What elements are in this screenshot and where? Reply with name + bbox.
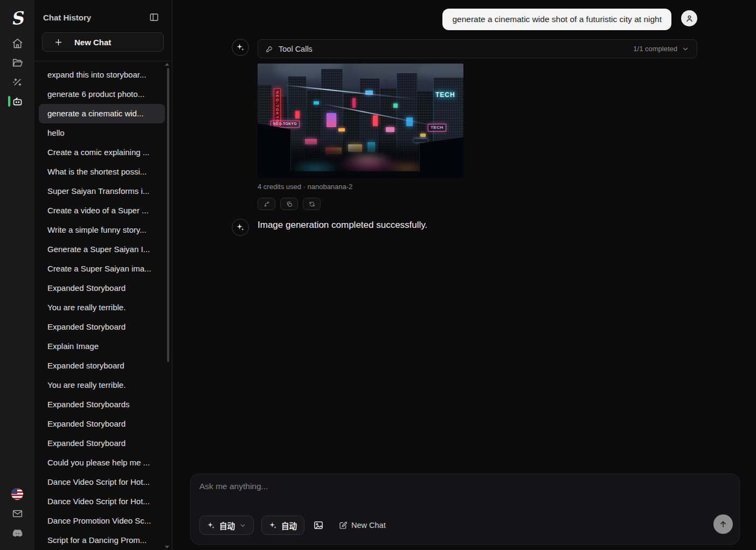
composer-new-chat-button[interactable]: New Chat xyxy=(339,521,386,530)
send-button[interactable] xyxy=(713,514,733,534)
scrollbar-down-arrow[interactable] xyxy=(165,546,169,548)
chat-history-item[interactable]: You are really terrible. xyxy=(39,298,165,317)
assistant-avatar xyxy=(232,219,249,236)
composer-toolbar: 自动 自动 New Chat xyxy=(199,516,386,535)
sparkles-icon xyxy=(236,223,245,232)
scrollbar-up-arrow[interactable] xyxy=(165,63,169,66)
chat-history-list: expand this into storyboar...generate 6 … xyxy=(34,62,168,550)
neon-decor xyxy=(393,103,398,108)
model-selector-label: 自动 xyxy=(219,520,235,531)
chat-history-item[interactable]: Super Saiyan Transforms i... xyxy=(39,182,165,201)
chat-history-sidebar: Chat History New Chat expand this into s… xyxy=(34,0,172,550)
app-window: S Chat History New xyxy=(0,0,756,550)
new-chat-button[interactable]: New Chat xyxy=(42,32,164,52)
chat-history-item[interactable]: generate 6 product photo... xyxy=(39,85,165,104)
mail-icon[interactable] xyxy=(0,504,34,523)
image-action-buttons xyxy=(258,198,321,210)
image-caption: 4 credits used · nanobanana-2 xyxy=(258,183,352,191)
chat-history-item[interactable]: hello xyxy=(39,123,165,143)
sparkles-icon xyxy=(207,521,215,530)
user-message-row: generate a cinematic wide shot of a futu… xyxy=(442,9,697,30)
neon-decor xyxy=(386,127,394,132)
wrench-icon xyxy=(266,45,274,53)
chat-history-item[interactable]: What is the shortest possi... xyxy=(39,162,165,182)
plus-icon xyxy=(54,38,63,46)
chat-history-item[interactable]: Could you please help me ... xyxy=(39,453,165,472)
street-glow-decor xyxy=(344,152,392,166)
user-message-bubble: generate a cinematic wide shot of a futu… xyxy=(442,9,671,30)
chat-history-item[interactable]: Script for a Dancing Prom... xyxy=(39,531,165,550)
neon-decor xyxy=(420,134,426,137)
chat-history-item[interactable]: Create a comic explaining ... xyxy=(39,143,165,162)
new-chat-label: New Chat xyxy=(74,38,111,47)
copy-button[interactable] xyxy=(280,198,298,210)
discord-icon[interactable] xyxy=(0,523,34,542)
neon-decor xyxy=(352,98,356,108)
image-icon xyxy=(313,520,324,531)
neon-decor xyxy=(314,101,319,105)
neon-decor xyxy=(338,128,345,131)
regenerate-button[interactable] xyxy=(303,198,321,210)
magic-wand-icon[interactable] xyxy=(0,72,34,92)
sidebar-header: Chat History New Chat xyxy=(34,0,172,61)
foreground-decor xyxy=(258,123,291,178)
chat-history-item[interactable]: Expanded storyboard xyxy=(39,356,165,375)
chat-history-item[interactable]: Explain Image xyxy=(39,337,165,356)
chat-history-item[interactable]: generate a cinematic wid... xyxy=(39,104,165,123)
chat-history-item[interactable]: Expanded Storyboard xyxy=(39,279,165,298)
tool-calls-status: 1/1 completed xyxy=(633,45,677,53)
active-nav-indicator xyxy=(8,96,10,107)
folder-icon[interactable] xyxy=(0,53,34,72)
chat-history-item[interactable]: Write a simple funny story... xyxy=(39,220,165,240)
tool-calls-panel[interactable]: Tool Calls 1/1 completed xyxy=(258,39,697,58)
chat-history-item[interactable]: Create a video of a Super ... xyxy=(39,201,165,220)
assistant-message: Image generation completed successfully. xyxy=(258,220,427,231)
sidebar-scrollbar-thumb[interactable] xyxy=(167,68,169,362)
user-avatar[interactable] xyxy=(681,10,697,26)
model-selector-secondary[interactable]: 自动 xyxy=(261,516,304,535)
person-icon xyxy=(685,14,694,23)
us-flag-icon[interactable] xyxy=(0,484,34,504)
arrow-up-icon xyxy=(719,520,727,528)
bot-icon[interactable] xyxy=(0,92,34,111)
sparkles-icon xyxy=(236,43,245,52)
app-logo[interactable]: S xyxy=(0,6,34,30)
left-rail: S xyxy=(0,0,34,550)
new-chat-edit-icon xyxy=(339,521,348,530)
neon-decor xyxy=(327,113,336,127)
chat-history-item[interactable]: Expanded Storyboard xyxy=(39,434,165,453)
neon-decor xyxy=(373,115,378,126)
model-selector-primary[interactable]: 自动 xyxy=(199,516,254,535)
chat-history-item[interactable]: Dance Video Script for Hot... xyxy=(39,472,165,492)
chat-history-item[interactable]: Dance Video Script for Hot... xyxy=(39,492,165,511)
home-icon[interactable] xyxy=(0,33,34,53)
assistant-avatar xyxy=(232,39,249,56)
tool-calls-label: Tool Calls xyxy=(279,45,313,53)
foreground-decor xyxy=(290,171,463,178)
sparkles-icon xyxy=(269,521,277,530)
chat-history-item[interactable]: Dance Promotion Video Sc... xyxy=(39,511,165,531)
chat-history-item[interactable]: Expanded Storyboard xyxy=(39,317,165,337)
chat-history-item[interactable]: expand this into storyboar... xyxy=(39,65,165,85)
chat-history-item[interactable]: You are really terrible. xyxy=(39,375,165,395)
neon-sign-tech-top: TECH xyxy=(435,92,455,98)
chat-history-item[interactable]: Create a Super Saiyan ima... xyxy=(39,259,165,279)
refresh-icon xyxy=(309,201,315,207)
main-content: generate a cinematic wide shot of a futu… xyxy=(173,0,756,550)
chevron-down-icon xyxy=(239,522,246,529)
message-input[interactable] xyxy=(199,482,702,510)
generated-image[interactable]: NEO-TOKYO NEO-TOKYO TECH TECH xyxy=(258,64,463,178)
chat-history-item[interactable]: Expanded Storyboards xyxy=(39,395,165,414)
chat-history-item[interactable]: Expanded Storyboard xyxy=(39,414,165,434)
collapse-sidebar-icon[interactable] xyxy=(149,12,159,22)
neon-decor xyxy=(295,111,300,119)
attach-image-button[interactable] xyxy=(312,519,325,532)
model-selector-label: 自动 xyxy=(281,520,297,531)
branch-button[interactable] xyxy=(258,198,275,210)
chat-history-item[interactable]: Generate a Super Saiyan I... xyxy=(39,240,165,259)
sidebar-title: Chat History xyxy=(43,13,91,22)
copy-icon xyxy=(286,201,293,207)
composer: 自动 自动 New Chat xyxy=(190,474,740,545)
branch-icon xyxy=(263,201,270,207)
app-logo-letter: S xyxy=(10,8,25,29)
